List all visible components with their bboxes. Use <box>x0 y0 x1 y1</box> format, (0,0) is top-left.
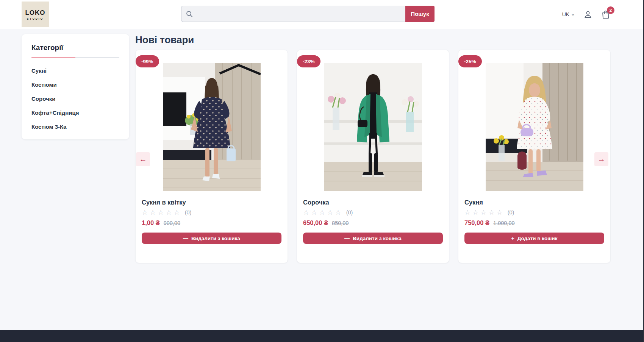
product-title[interactable]: Сукня в квітку <box>142 199 281 206</box>
remove-from-cart-button[interactable]: — Видалити з кошика <box>303 233 443 244</box>
price-current: 750,00 ₴ <box>464 219 489 226</box>
cart-action-label: Видалити з кошика <box>191 236 240 241</box>
product-card: -23% Сорочка <box>297 50 449 263</box>
header: LOKO STUDIO Пошук UK ⌄ <box>0 0 644 29</box>
remove-from-cart-button[interactable]: — Видалити з кошика <box>142 233 281 244</box>
price-old: 850,00 <box>332 220 349 226</box>
discount-badge: -25% <box>458 55 482 67</box>
carousel-next-button[interactable]: → <box>594 152 608 166</box>
plus-icon: + <box>511 235 514 241</box>
rating-count: (0) <box>185 209 192 216</box>
chevron-down-icon: ⌄ <box>571 11 575 17</box>
sidebar-item-kostium-3ka[interactable]: Костюм 3-Ка <box>31 120 119 134</box>
rating-stars-icon: ☆☆☆☆☆ <box>464 209 505 216</box>
categories-list: Сукні Костюми Сорочки Кофта+Спідниця Кос… <box>31 64 119 134</box>
search-field-wrap <box>181 6 405 22</box>
price-current: 1,00 ₴ <box>142 219 160 226</box>
search-button[interactable]: Пошук <box>405 6 435 22</box>
categories-panel: Категорії Сукні Костюми Сорочки Кофта+Сп… <box>22 34 129 139</box>
page-title: Нові товари <box>135 34 194 46</box>
product-info: Сукня ☆☆☆☆☆ (0) 750,00 ₴ 1.000,00 + Дода… <box>458 191 610 244</box>
page: LOKO STUDIO Пошук UK ⌄ <box>0 0 644 342</box>
minus-icon: — <box>344 235 350 241</box>
product-title[interactable]: Сорочка <box>303 199 443 206</box>
language-label: UK <box>562 11 569 17</box>
product-prices: 1,00 ₴ 900,00 <box>142 219 281 226</box>
rating-count: (0) <box>346 209 353 216</box>
price-old: 900,00 <box>164 220 180 226</box>
cart-count-badge: 2 <box>607 6 614 14</box>
cart-button[interactable]: 2 <box>601 9 611 19</box>
discount-badge: -99% <box>136 55 159 67</box>
price-current: 650,00 ₴ <box>303 219 328 226</box>
rating-count: (0) <box>508 209 514 216</box>
categories-title: Категорії <box>31 44 119 52</box>
product-photo-dress-white[interactable] <box>486 63 583 191</box>
sidebar-item-sorochky[interactable]: Сорочки <box>31 92 119 106</box>
divider <box>31 57 119 58</box>
product-prices: 750,00 ₴ 1.000,00 <box>464 219 604 226</box>
product-rating: ☆☆☆☆☆ (0) <box>142 209 281 216</box>
carousel-prev-button[interactable]: ← <box>136 152 150 166</box>
header-actions: UK ⌄ 2 <box>562 0 611 29</box>
language-selector[interactable]: UK ⌄ <box>562 11 575 17</box>
footer <box>0 330 644 342</box>
product-photo-dress-floral-navy[interactable] <box>163 63 261 191</box>
sidebar-item-kofta-spidnytsia[interactable]: Кофта+Спідниця <box>31 106 119 120</box>
price-old: 1.000,00 <box>493 220 514 226</box>
search-bar: Пошук <box>181 6 435 22</box>
minus-icon: — <box>183 235 188 241</box>
sidebar-item-kostiumy[interactable]: Костюми <box>31 78 119 92</box>
cart-action-label: Додати в кошик <box>517 236 558 241</box>
product-info: Сорочка ☆☆☆☆☆ (0) 650,00 ₴ 850,00 — Вида… <box>297 191 449 244</box>
add-to-cart-button[interactable]: + Додати в кошик <box>464 233 604 244</box>
user-icon <box>583 10 592 19</box>
rating-stars-icon: ☆☆☆☆☆ <box>303 209 343 216</box>
product-card: -99% <box>135 50 288 263</box>
discount-badge: -23% <box>297 55 320 67</box>
product-rating: ☆☆☆☆☆ (0) <box>303 209 443 216</box>
product-prices: 650,00 ₴ 850,00 <box>303 219 443 226</box>
product-card: -25% <box>458 50 611 263</box>
cart-action-label: Видалити з кошика <box>353 236 402 241</box>
product-info: Сукня в квітку ☆☆☆☆☆ (0) 1,00 ₴ 900,00 —… <box>136 191 288 244</box>
arrow-right-icon: → <box>598 155 605 164</box>
product-photo-shirt-green[interactable] <box>324 63 422 191</box>
arrow-left-icon: ← <box>139 155 147 164</box>
brand-name: LOKO <box>25 9 45 17</box>
search-icon <box>186 10 193 18</box>
brand-logo[interactable]: LOKO STUDIO <box>22 2 49 27</box>
search-input[interactable] <box>193 6 405 22</box>
rating-stars-icon: ☆☆☆☆☆ <box>142 209 182 216</box>
product-title[interactable]: Сукня <box>464 199 604 206</box>
sidebar-item-sukni[interactable]: Сукні <box>31 64 119 78</box>
brand-subname: STUDIO <box>27 17 44 20</box>
account-button[interactable] <box>583 10 592 19</box>
product-rating: ☆☆☆☆☆ (0) <box>464 209 604 216</box>
